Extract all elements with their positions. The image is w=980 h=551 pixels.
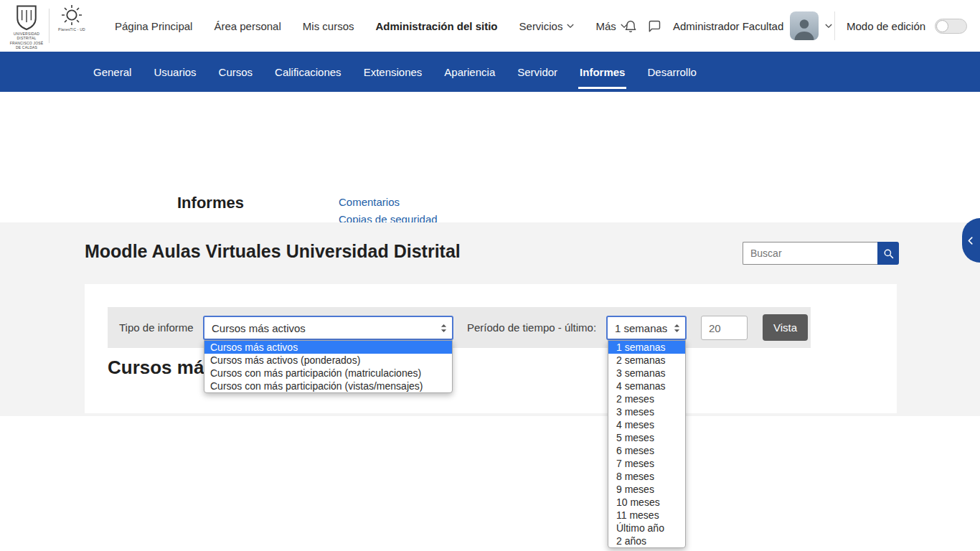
page-title: Moodle Aulas Virtuales Universidad Distr… — [85, 241, 461, 262]
tab-usuarios[interactable]: Usuarios — [154, 66, 196, 78]
tab-calificaciones[interactable]: Calificaciones — [275, 66, 341, 78]
dropdown-option[interactable]: 4 semanas — [608, 380, 685, 392]
search-button[interactable] — [877, 242, 899, 265]
avatar — [790, 11, 819, 40]
planestic-logo-caption: PlanesTIC - UD — [58, 27, 85, 32]
search-box — [743, 242, 899, 265]
dropdown-option[interactable]: 2 semanas — [608, 354, 685, 367]
report-type-dropdown: Cursos más activos Cursos más activos (p… — [204, 340, 453, 393]
tab-servidor[interactable]: Servidor — [517, 66, 557, 78]
dropdown-option[interactable]: 8 meses — [608, 470, 685, 483]
period-select-value: 1 semanas — [615, 322, 667, 334]
period-label: Período de tiempo - último: — [467, 307, 596, 348]
university-logo: UNIVERSIDAD DISTRITAL FRANCISCO JOSÉ DE … — [7, 4, 46, 50]
search-input[interactable] — [743, 242, 877, 265]
user-name: Administrador Facultad — [673, 20, 783, 32]
dropdown-option[interactable]: Cursos más activos (ponderados) — [204, 354, 452, 367]
edit-mode-label: Modo de edición — [847, 20, 925, 32]
user-menu[interactable]: Administrador Facultad — [673, 0, 832, 52]
dropdown-option[interactable]: 3 meses — [608, 405, 685, 418]
dropdown-option[interactable]: 2 meses — [608, 392, 685, 405]
dropdown-option[interactable]: 3 semanas — [608, 367, 685, 380]
header-divider — [834, 11, 835, 40]
reports-title: Informes — [177, 194, 244, 212]
nav-pagina-principal[interactable]: Página Principal — [115, 20, 192, 32]
nav-servicios[interactable]: Servicios — [519, 20, 575, 32]
nav-mis-cursos[interactable]: Mis cursos — [303, 20, 354, 32]
tab-apariencia[interactable]: Apariencia — [444, 66, 495, 78]
dropdown-option[interactable]: 6 meses — [608, 444, 685, 457]
report-type-label: Tipo de informe — [119, 307, 194, 348]
tab-cursos[interactable]: Cursos — [219, 66, 253, 78]
university-crest-icon — [14, 4, 39, 31]
chat-icon — [647, 19, 661, 34]
search-icon — [883, 248, 894, 259]
nav-area-personal[interactable]: Área personal — [214, 20, 281, 32]
reports-section: Informes Comentarios Copias de seguridad… — [0, 92, 980, 222]
primary-nav: Página Principal Área personal Mis curso… — [115, 0, 628, 52]
report-type-select[interactable]: Cursos más activos — [203, 316, 453, 340]
nav-mas-label: Más — [595, 20, 616, 32]
period-dropdown: 1 semanas 2 semanas 3 semanas 4 semanas … — [608, 340, 686, 548]
top-header: UNIVERSIDAD DISTRITAL FRANCISCO JOSÉ DE … — [0, 0, 980, 52]
edit-mode-control: Modo de edición — [847, 0, 967, 52]
dropdown-option[interactable]: 4 meses — [608, 418, 685, 431]
nav-administracion-del-sitio[interactable]: Administración del sitio — [376, 20, 498, 32]
period-select[interactable]: 1 semanas — [606, 316, 687, 340]
dropdown-option[interactable]: 1 semanas — [608, 341, 685, 354]
notifications-button[interactable] — [623, 19, 639, 34]
dropdown-option[interactable]: 10 meses — [608, 496, 685, 509]
report-type-select-value: Cursos más activos — [212, 322, 306, 334]
admin-tab-bar: General Usuarios Cursos Calificaciones E… — [0, 52, 980, 92]
page: UNIVERSIDAD DISTRITAL FRANCISCO JOSÉ DE … — [0, 0, 980, 551]
updown-arrows-icon — [674, 324, 680, 333]
edit-mode-toggle[interactable] — [935, 19, 967, 34]
dropdown-option[interactable]: 5 meses — [608, 431, 685, 444]
tab-informes[interactable]: Informes — [580, 66, 625, 78]
report-link-comentarios[interactable]: Comentarios — [339, 194, 528, 211]
dropdown-option[interactable]: Cursos con más participación (matriculac… — [204, 367, 452, 380]
chevron-left-icon — [966, 235, 976, 246]
chevron-down-icon — [567, 24, 574, 29]
count-input[interactable] — [701, 316, 748, 340]
tab-desarrollo[interactable]: Desarrollo — [647, 66, 696, 78]
chevron-down-icon — [825, 24, 832, 29]
nav-servicios-label: Servicios — [519, 20, 563, 32]
dropdown-option[interactable]: 11 meses — [608, 509, 685, 522]
university-logo-caption-2: FRANCISCO JOSÉ DE CALDAS — [7, 41, 46, 50]
messages-button[interactable] — [646, 19, 662, 34]
dropdown-option[interactable]: Cursos más activos — [204, 341, 452, 354]
planestic-logo: PlanesTIC - UD — [53, 4, 90, 32]
tab-extensiones[interactable]: Extensiones — [364, 66, 423, 78]
dropdown-option[interactable]: 7 meses — [608, 457, 685, 470]
university-logo-caption-1: UNIVERSIDAD DISTRITAL — [7, 32, 46, 40]
view-button[interactable]: Vista — [763, 314, 808, 341]
dropdown-option[interactable]: Cursos con más participación (vistas/men… — [204, 380, 452, 392]
tab-general[interactable]: General — [93, 66, 131, 78]
dropdown-option[interactable]: Último año — [608, 522, 685, 534]
dropdown-option[interactable]: 2 años — [608, 534, 685, 547]
updown-arrows-icon — [440, 324, 447, 333]
dropdown-option[interactable]: 9 meses — [608, 483, 685, 496]
planestic-emblem-icon — [60, 4, 83, 27]
bell-icon — [623, 19, 638, 34]
logo-divider — [49, 9, 50, 43]
toggle-knob — [936, 20, 948, 32]
